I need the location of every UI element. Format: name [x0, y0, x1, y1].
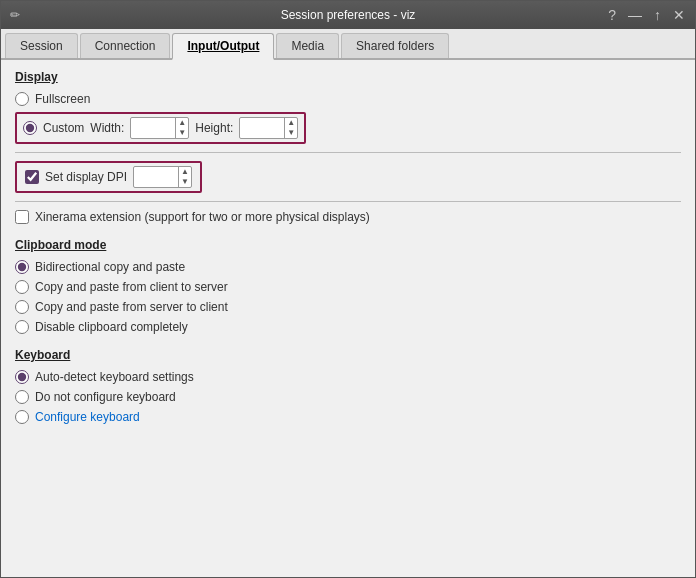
- clipboard-client-server-row: Copy and paste from client to server: [15, 280, 681, 294]
- tab-media[interactable]: Media: [276, 33, 339, 58]
- fullscreen-radio[interactable]: [15, 92, 29, 106]
- keyboard-section-label: Keyboard: [15, 348, 681, 362]
- display-section: Display Fullscreen Custom Width: 1440 ▲ …: [15, 70, 681, 224]
- custom-row: Custom Width: 1440 ▲ ▼ Height: 900 ▲: [15, 112, 681, 144]
- titlebar-left: ✏: [7, 7, 23, 23]
- window: ✏ Session preferences - viz ? — ↑ ✕ Sess…: [0, 0, 696, 578]
- height-label: Height:: [195, 121, 233, 135]
- clipboard-client-server-label: Copy and paste from client to server: [35, 280, 228, 294]
- tab-input-output[interactable]: Input/Output: [172, 33, 274, 60]
- width-label: Width:: [90, 121, 124, 135]
- tab-connection[interactable]: Connection: [80, 33, 171, 58]
- xinerama-label: Xinerama extension (support for two or m…: [35, 210, 370, 224]
- dpi-spinbox[interactable]: 141 ▲ ▼: [133, 166, 192, 188]
- width-arrows: ▲ ▼: [175, 118, 188, 138]
- keyboard-no-configure-label: Do not configure keyboard: [35, 390, 176, 404]
- divider-2: [15, 201, 681, 202]
- keyboard-auto-label: Auto-detect keyboard settings: [35, 370, 194, 384]
- display-section-label: Display: [15, 70, 681, 84]
- titlebar: ✏ Session preferences - viz ? — ↑ ✕: [1, 1, 695, 29]
- keyboard-auto-row: Auto-detect keyboard settings: [15, 370, 681, 384]
- dpi-up-arrow[interactable]: ▲: [179, 167, 191, 177]
- divider-1: [15, 152, 681, 153]
- content-area: Display Fullscreen Custom Width: 1440 ▲ …: [1, 60, 695, 577]
- tab-bar: Session Connection Input/Output Media Sh…: [1, 29, 695, 60]
- custom-radio[interactable]: [23, 121, 37, 135]
- keyboard-configure-row: Configure keyboard: [15, 410, 681, 424]
- clipboard-bidirectional-label: Bidirectional copy and paste: [35, 260, 185, 274]
- clipboard-section-label: Clipboard mode: [15, 238, 681, 252]
- keyboard-no-configure-radio[interactable]: [15, 390, 29, 404]
- width-input[interactable]: 1440: [131, 121, 175, 135]
- keyboard-configure-label: Configure keyboard: [35, 410, 140, 424]
- height-spinbox[interactable]: 900 ▲ ▼: [239, 117, 298, 139]
- clipboard-server-client-label: Copy and paste from server to client: [35, 300, 228, 314]
- dpi-down-arrow[interactable]: ▼: [179, 177, 191, 187]
- dpi-input[interactable]: 141: [134, 170, 178, 184]
- clipboard-bidirectional-row: Bidirectional copy and paste: [15, 260, 681, 274]
- clipboard-client-server-radio[interactable]: [15, 280, 29, 294]
- custom-row-box: Custom Width: 1440 ▲ ▼ Height: 900 ▲: [15, 112, 306, 144]
- keyboard-section: Keyboard Auto-detect keyboard settings D…: [15, 348, 681, 424]
- help-button[interactable]: ?: [604, 8, 620, 22]
- width-up-arrow[interactable]: ▲: [176, 118, 188, 128]
- close-button[interactable]: ✕: [669, 8, 689, 22]
- keyboard-configure-radio[interactable]: [15, 410, 29, 424]
- window-title: Session preferences - viz: [281, 8, 416, 22]
- fullscreen-label: Fullscreen: [35, 92, 90, 106]
- dpi-arrows: ▲ ▼: [178, 167, 191, 187]
- tab-shared-folders[interactable]: Shared folders: [341, 33, 449, 58]
- keyboard-no-configure-row: Do not configure keyboard: [15, 390, 681, 404]
- width-spinbox[interactable]: 1440 ▲ ▼: [130, 117, 189, 139]
- height-down-arrow[interactable]: ▼: [285, 128, 297, 138]
- clipboard-disable-radio[interactable]: [15, 320, 29, 334]
- restore-button[interactable]: ↑: [650, 8, 665, 22]
- dpi-checkbox[interactable]: [25, 170, 39, 184]
- custom-label: Custom: [43, 121, 84, 135]
- xinerama-checkbox[interactable]: [15, 210, 29, 224]
- dpi-row-box: Set display DPI 141 ▲ ▼: [15, 161, 202, 193]
- minimize-button[interactable]: —: [624, 8, 646, 22]
- clipboard-server-client-radio[interactable]: [15, 300, 29, 314]
- clipboard-bidirectional-radio[interactable]: [15, 260, 29, 274]
- tab-session[interactable]: Session: [5, 33, 78, 58]
- height-arrows: ▲ ▼: [284, 118, 297, 138]
- keyboard-auto-radio[interactable]: [15, 370, 29, 384]
- height-input[interactable]: 900: [240, 121, 284, 135]
- clipboard-section: Clipboard mode Bidirectional copy and pa…: [15, 238, 681, 334]
- clipboard-disable-label: Disable clipboard completely: [35, 320, 188, 334]
- height-up-arrow[interactable]: ▲: [285, 118, 297, 128]
- xinerama-row: Xinerama extension (support for two or m…: [15, 210, 681, 224]
- fullscreen-row: Fullscreen: [15, 92, 681, 106]
- app-icon: ✏: [7, 7, 23, 23]
- clipboard-disable-row: Disable clipboard completely: [15, 320, 681, 334]
- clipboard-server-client-row: Copy and paste from server to client: [15, 300, 681, 314]
- width-down-arrow[interactable]: ▼: [176, 128, 188, 138]
- titlebar-controls: ? — ↑ ✕: [604, 8, 689, 22]
- dpi-label: Set display DPI: [45, 170, 127, 184]
